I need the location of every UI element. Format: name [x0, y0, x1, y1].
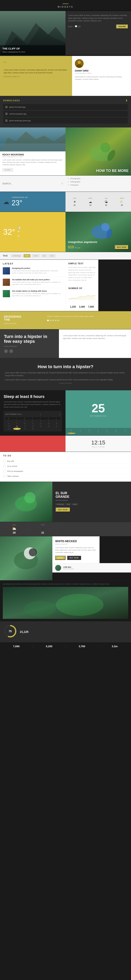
sidebar-item-videography[interactable]: Videography: [68, 181, 129, 183]
todo-checkbox-2[interactable]: [3, 465, 6, 468]
cal-day[interactable]: 9: [13, 423, 21, 425]
weather-sun-icon: ☀: [68, 200, 82, 204]
download-item[interactable]: 🖼 green-landscape-green.jpg: [3, 118, 128, 124]
mini-cal-header: S: [121, 430, 129, 431]
cal-day[interactable]: 6: [45, 420, 52, 422]
weather-cloudy-icon: ⛅: [115, 200, 129, 204]
cliff-likes[interactable]: ♥ 21: [68, 25, 73, 28]
mini-cal-day[interactable]: 4: [94, 431, 103, 432]
whitenecked-more-button[interactable]: MORE: [55, 556, 65, 560]
cliff-comments[interactable]: 💬 19: [75, 25, 80, 28]
todo-item-2[interactable]: Go to school: [3, 464, 128, 469]
bird-buy-button[interactable]: BUY NOW: [115, 245, 129, 250]
cal-day[interactable]: 22: [5, 428, 13, 430]
el-sur-card: EL SURGRANDE Aenean praesent ornithology…: [52, 482, 131, 522]
cal-header: F: [37, 417, 44, 420]
mini-cal-day-active[interactable]: 25: [67, 433, 76, 434]
download-item[interactable]: 🖼 america-penguins.jpg: [3, 111, 128, 117]
el-sur-tag-2[interactable]: birds: [65, 503, 71, 505]
weather-current: ☁ COPENHAGEN, DK 23°: [0, 192, 65, 212]
mini-calendar: M T W T F S S 1 2 3 4 5 6 7 25: [65, 428, 131, 436]
todo-checkbox-4[interactable]: [3, 475, 6, 477]
todo-checkbox-1[interactable]: [3, 460, 6, 463]
cal-day[interactable]: 11: [29, 423, 36, 425]
mini-cal-day[interactable]: 1: [67, 431, 76, 432]
hipster-title: Turn into a hipster in few easy steps: [4, 334, 55, 344]
hipster-left: Turn into a hipster in few easy steps by…: [0, 329, 59, 358]
cal-day[interactable]: 3: [21, 420, 29, 422]
cal-day[interactable]: 1: [5, 420, 13, 422]
rocky-more-button[interactable]: MORE: [2, 168, 13, 172]
danny-avatar: [75, 59, 84, 68]
tag-pill-ornithology[interactable]: ornithology: [11, 254, 22, 258]
tag-pill-nature[interactable]: nature: [32, 254, 40, 258]
tag-label: Fotospace: [70, 184, 79, 186]
cal-day[interactable]: 7: [53, 420, 60, 422]
share-button[interactable]: SHARE: [116, 24, 128, 29]
sidebar-item-photography[interactable]: Photography: [68, 178, 129, 180]
weather2-icon: ⛅: [3, 527, 25, 531]
tag-label: Videography: [70, 181, 80, 183]
calendar-nav-left[interactable]: ‹: [40, 412, 41, 416]
weather-day-sun: SUN ☀ 20: [68, 197, 82, 206]
search-input[interactable]: [2, 183, 60, 185]
cal-day[interactable]: 8: [5, 423, 13, 425]
todo-item-1[interactable]: Buy milk: [3, 459, 128, 464]
howto-hipster-section: How to turn into a hipster? Lorem ipsum …: [0, 358, 131, 390]
cal-day[interactable]: 10: [21, 423, 29, 425]
bird-image-card: [0, 482, 52, 522]
download-filename: green-landscape-green.jpg: [9, 120, 126, 122]
cal-day[interactable]: 25: [29, 428, 36, 430]
cliff-subtitle: Nikon masterpieces for 2013: [2, 51, 63, 53]
cal-day[interactable]: 24: [21, 428, 29, 430]
cal-day[interactable]: 5: [37, 420, 44, 422]
cal-day[interactable]: 21: [53, 425, 60, 427]
cal-day[interactable]: 2: [13, 420, 21, 422]
download-item[interactable]: 🖼 glacier-the-blend.jpg: [3, 104, 128, 110]
cal-day-today[interactable]: 16: [13, 425, 21, 427]
cal-day[interactable]: 14: [53, 423, 60, 425]
cal-day-active[interactable]: 23: [13, 428, 21, 430]
tag-pill-color[interactable]: color: [49, 254, 55, 258]
svg-point-26: [24, 601, 56, 617]
todo-checkbox-3[interactable]: [3, 470, 6, 473]
tag-pill-birds[interactable]: birds: [24, 254, 30, 258]
hipster-social: t f: [4, 349, 55, 353]
tags-row-section: TAG ornithology birds nature rare color: [0, 252, 131, 259]
cal-day[interactable]: 15: [5, 425, 13, 427]
mini-cal-day[interactable]: 7: [121, 431, 129, 432]
bottom-stat-4: 3.2m: [98, 645, 131, 648]
calendar-nav-right[interactable]: ›: [59, 412, 60, 416]
tag-pill-rare[interactable]: rare: [41, 254, 47, 258]
quote-author: GEORGE MARTIN: [3, 76, 68, 78]
mini-cal-day[interactable]: 2: [76, 431, 85, 432]
mini-cal-day[interactable]: 3: [85, 431, 93, 432]
cal-day[interactable]: 17: [21, 425, 29, 427]
weather-day-name: WED: [115, 197, 129, 199]
mini-cal-day[interactable]: 5: [103, 431, 112, 432]
cal-header: W: [21, 417, 29, 420]
twitter-icon[interactable]: t: [4, 349, 8, 353]
el-sur-tag-1[interactable]: ornithology: [55, 503, 65, 505]
mini-cal-day[interactable]: 6: [112, 431, 120, 432]
el-sur-buy-button[interactable]: BUY NOW: [55, 508, 70, 512]
sleep-text: Lorem ipsum dolor sit amet, consectetur …: [3, 401, 62, 408]
weather-temp-container: COPENHAGEN, DK 23°: [11, 196, 28, 207]
cal-day[interactable]: 13: [45, 423, 52, 425]
sidebar-item-fotospace[interactable]: Fotospace: [68, 184, 129, 186]
little-bee-info: Little Bee Aenean praesent: [63, 566, 74, 570]
cal-day[interactable]: 18: [29, 425, 36, 427]
cal-day[interactable]: 12: [37, 423, 44, 425]
cliff-body: Lorem ipsum dolor sit amet, consectetur …: [68, 14, 128, 22]
cal-day[interactable]: 19: [37, 425, 44, 427]
cal-day[interactable]: 4: [29, 420, 36, 422]
cal-day[interactable]: 20: [45, 425, 52, 427]
el-sur-tag-3[interactable]: nature: [72, 503, 78, 505]
facebook-icon[interactable]: f: [9, 349, 13, 353]
todo-item-4[interactable]: Take a shower: [3, 474, 128, 479]
calendar-widget: September 2013 ‹ › M T W T F S S 1 2 3 4…: [3, 411, 62, 431]
whitenecked-buy-button[interactable]: BUY NOW: [67, 556, 81, 560]
todo-item-3[interactable]: Pick up newspapers: [3, 469, 128, 474]
svg-point-4: [77, 61, 81, 64]
bottom-stat-2: 5,200: [33, 645, 66, 648]
